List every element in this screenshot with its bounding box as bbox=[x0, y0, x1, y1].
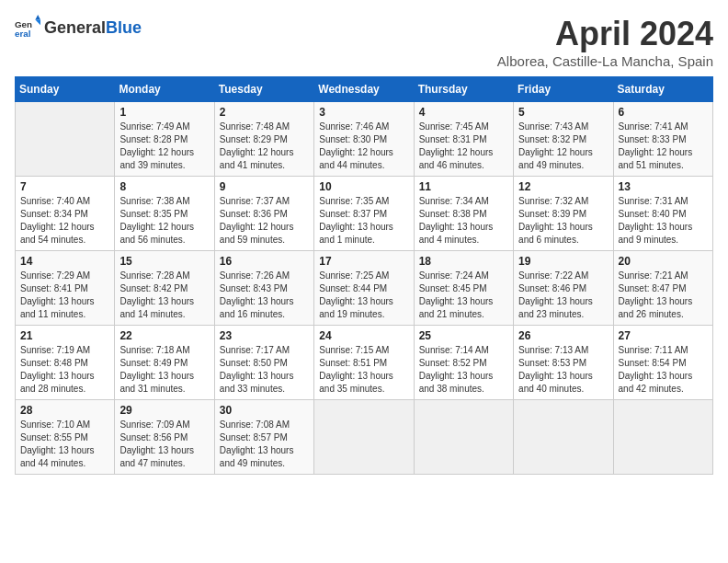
calendar-cell: 27Sunrise: 7:11 AM Sunset: 8:54 PM Dayli… bbox=[613, 326, 712, 400]
day-info: Sunrise: 7:11 AM Sunset: 8:54 PM Dayligh… bbox=[619, 344, 708, 396]
day-number: 2 bbox=[220, 106, 309, 119]
calendar-cell: 20Sunrise: 7:21 AM Sunset: 8:47 PM Dayli… bbox=[613, 251, 712, 326]
day-info: Sunrise: 7:18 AM Sunset: 8:49 PM Dayligh… bbox=[119, 344, 209, 396]
day-info: Sunrise: 7:24 AM Sunset: 8:45 PM Dayligh… bbox=[419, 270, 508, 321]
day-number: 24 bbox=[319, 329, 408, 342]
day-number: 18 bbox=[419, 255, 508, 268]
calendar-table: SundayMondayTuesdayWednesdayThursdayFrid… bbox=[15, 76, 713, 475]
day-info: Sunrise: 7:14 AM Sunset: 8:52 PM Dayligh… bbox=[419, 344, 508, 396]
day-info: Sunrise: 7:13 AM Sunset: 8:53 PM Dayligh… bbox=[518, 344, 608, 396]
calendar-cell: 29Sunrise: 7:09 AM Sunset: 8:56 PM Dayli… bbox=[115, 400, 214, 475]
calendar-cell bbox=[414, 400, 513, 475]
day-header-thursday: Thursday bbox=[414, 77, 513, 102]
calendar-cell: 7Sunrise: 7:40 AM Sunset: 8:34 PM Daylig… bbox=[16, 177, 115, 251]
logo-icon: Gen eral bbox=[15, 15, 40, 40]
calendar-header-row: SundayMondayTuesdayWednesdayThursdayFrid… bbox=[16, 77, 713, 102]
calendar-cell: 22Sunrise: 7:18 AM Sunset: 8:49 PM Dayli… bbox=[115, 326, 214, 400]
week-row-1: 1Sunrise: 7:49 AM Sunset: 8:28 PM Daylig… bbox=[16, 102, 713, 177]
calendar-cell: 26Sunrise: 7:13 AM Sunset: 8:53 PM Dayli… bbox=[514, 326, 613, 400]
day-number: 12 bbox=[518, 180, 608, 193]
day-info: Sunrise: 7:41 AM Sunset: 8:33 PM Dayligh… bbox=[619, 121, 708, 172]
logo-general-text: General bbox=[44, 18, 106, 37]
day-info: Sunrise: 7:10 AM Sunset: 8:55 PM Dayligh… bbox=[20, 419, 109, 470]
day-header-sunday: Sunday bbox=[16, 77, 115, 102]
calendar-cell: 19Sunrise: 7:22 AM Sunset: 8:46 PM Dayli… bbox=[514, 251, 613, 326]
calendar-cell: 13Sunrise: 7:31 AM Sunset: 8:40 PM Dayli… bbox=[613, 177, 712, 251]
week-row-4: 21Sunrise: 7:19 AM Sunset: 8:48 PM Dayli… bbox=[16, 326, 713, 400]
day-info: Sunrise: 7:29 AM Sunset: 8:41 PM Dayligh… bbox=[20, 270, 109, 321]
calendar-cell: 30Sunrise: 7:08 AM Sunset: 8:57 PM Dayli… bbox=[214, 400, 313, 475]
day-info: Sunrise: 7:28 AM Sunset: 8:42 PM Dayligh… bbox=[119, 270, 209, 321]
day-info: Sunrise: 7:15 AM Sunset: 8:51 PM Dayligh… bbox=[319, 344, 408, 396]
day-number: 6 bbox=[619, 106, 708, 119]
day-info: Sunrise: 7:46 AM Sunset: 8:30 PM Dayligh… bbox=[319, 121, 408, 172]
day-info: Sunrise: 7:32 AM Sunset: 8:39 PM Dayligh… bbox=[518, 195, 608, 247]
day-number: 25 bbox=[419, 329, 508, 342]
day-number: 8 bbox=[119, 180, 209, 193]
day-header-friday: Friday bbox=[514, 77, 613, 102]
calendar-cell: 4Sunrise: 7:45 AM Sunset: 8:31 PM Daylig… bbox=[414, 102, 513, 177]
calendar-cell: 23Sunrise: 7:17 AM Sunset: 8:50 PM Dayli… bbox=[214, 326, 313, 400]
day-number: 30 bbox=[220, 404, 309, 417]
calendar-cell: 8Sunrise: 7:38 AM Sunset: 8:35 PM Daylig… bbox=[115, 177, 214, 251]
calendar-cell: 1Sunrise: 7:49 AM Sunset: 8:28 PM Daylig… bbox=[115, 102, 214, 177]
day-number: 23 bbox=[220, 329, 309, 342]
day-info: Sunrise: 7:09 AM Sunset: 8:56 PM Dayligh… bbox=[119, 419, 209, 470]
calendar-cell: 10Sunrise: 7:35 AM Sunset: 8:37 PM Dayli… bbox=[314, 177, 414, 251]
day-info: Sunrise: 7:40 AM Sunset: 8:34 PM Dayligh… bbox=[20, 195, 109, 247]
svg-text:eral: eral bbox=[15, 29, 31, 39]
calendar-cell: 15Sunrise: 7:28 AM Sunset: 8:42 PM Dayli… bbox=[115, 251, 214, 326]
day-number: 27 bbox=[619, 329, 708, 342]
calendar-cell: 11Sunrise: 7:34 AM Sunset: 8:38 PM Dayli… bbox=[414, 177, 513, 251]
day-number: 15 bbox=[119, 255, 209, 268]
day-info: Sunrise: 7:49 AM Sunset: 8:28 PM Dayligh… bbox=[119, 121, 209, 172]
week-row-3: 14Sunrise: 7:29 AM Sunset: 8:41 PM Dayli… bbox=[16, 251, 713, 326]
calendar-body: 1Sunrise: 7:49 AM Sunset: 8:28 PM Daylig… bbox=[16, 102, 713, 475]
logo: Gen eral GeneralBlue bbox=[15, 15, 142, 40]
svg-marker-2 bbox=[35, 15, 40, 20]
day-info: Sunrise: 7:17 AM Sunset: 8:50 PM Dayligh… bbox=[220, 344, 309, 396]
day-number: 3 bbox=[319, 106, 408, 119]
day-info: Sunrise: 7:08 AM Sunset: 8:57 PM Dayligh… bbox=[220, 419, 309, 470]
day-number: 29 bbox=[119, 404, 209, 417]
day-header-saturday: Saturday bbox=[613, 77, 712, 102]
title-area: April 2024 Alborea, Castille-La Mancha, … bbox=[497, 15, 713, 69]
day-number: 4 bbox=[419, 106, 508, 119]
calendar-cell bbox=[514, 400, 613, 475]
day-number: 5 bbox=[518, 106, 608, 119]
day-info: Sunrise: 7:38 AM Sunset: 8:35 PM Dayligh… bbox=[119, 195, 209, 247]
calendar-cell: 21Sunrise: 7:19 AM Sunset: 8:48 PM Dayli… bbox=[16, 326, 115, 400]
calendar-cell: 12Sunrise: 7:32 AM Sunset: 8:39 PM Dayli… bbox=[514, 177, 613, 251]
calendar-cell: 28Sunrise: 7:10 AM Sunset: 8:55 PM Dayli… bbox=[16, 400, 115, 475]
week-row-2: 7Sunrise: 7:40 AM Sunset: 8:34 PM Daylig… bbox=[16, 177, 713, 251]
day-number: 10 bbox=[319, 180, 408, 193]
day-number: 20 bbox=[619, 255, 708, 268]
calendar-cell: 16Sunrise: 7:26 AM Sunset: 8:43 PM Dayli… bbox=[214, 251, 313, 326]
day-number: 17 bbox=[319, 255, 408, 268]
day-info: Sunrise: 7:19 AM Sunset: 8:48 PM Dayligh… bbox=[20, 344, 109, 396]
day-header-tuesday: Tuesday bbox=[214, 77, 313, 102]
day-info: Sunrise: 7:31 AM Sunset: 8:40 PM Dayligh… bbox=[619, 195, 708, 247]
day-info: Sunrise: 7:25 AM Sunset: 8:44 PM Dayligh… bbox=[319, 270, 408, 321]
day-number: 22 bbox=[119, 329, 209, 342]
day-number: 13 bbox=[619, 180, 708, 193]
calendar-cell: 24Sunrise: 7:15 AM Sunset: 8:51 PM Dayli… bbox=[314, 326, 414, 400]
calendar-cell bbox=[314, 400, 414, 475]
calendar-cell: 6Sunrise: 7:41 AM Sunset: 8:33 PM Daylig… bbox=[613, 102, 712, 177]
day-header-monday: Monday bbox=[115, 77, 214, 102]
location-title: Alborea, Castille-La Mancha, Spain bbox=[497, 53, 713, 69]
calendar-cell: 18Sunrise: 7:24 AM Sunset: 8:45 PM Dayli… bbox=[414, 251, 513, 326]
calendar-cell: 9Sunrise: 7:37 AM Sunset: 8:36 PM Daylig… bbox=[214, 177, 313, 251]
day-number: 19 bbox=[518, 255, 608, 268]
day-info: Sunrise: 7:37 AM Sunset: 8:36 PM Dayligh… bbox=[220, 195, 309, 247]
day-number: 21 bbox=[20, 329, 109, 342]
header: Gen eral GeneralBlue April 2024 Alborea,… bbox=[15, 15, 713, 69]
day-number: 16 bbox=[220, 255, 309, 268]
calendar-cell: 3Sunrise: 7:46 AM Sunset: 8:30 PM Daylig… bbox=[314, 102, 414, 177]
day-number: 1 bbox=[119, 106, 209, 119]
day-number: 9 bbox=[220, 180, 309, 193]
day-number: 7 bbox=[20, 180, 109, 193]
day-number: 11 bbox=[419, 180, 508, 193]
calendar-cell bbox=[16, 102, 115, 177]
svg-marker-3 bbox=[35, 20, 40, 26]
